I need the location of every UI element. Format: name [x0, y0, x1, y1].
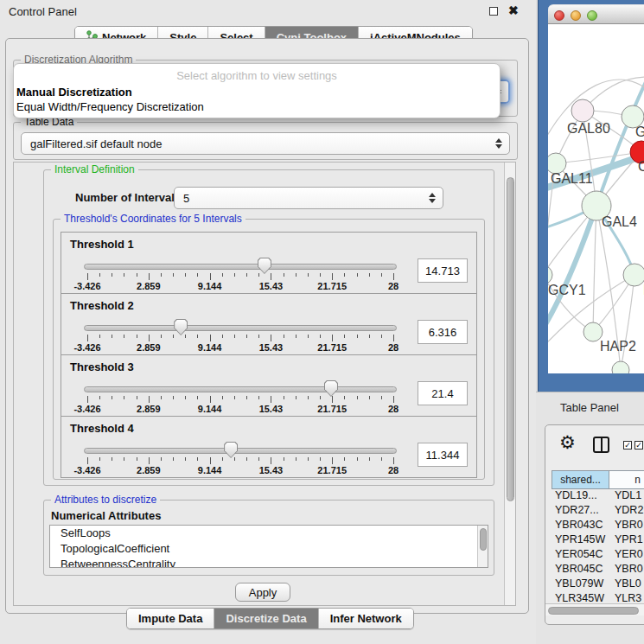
slider-scale-labels: -3.4262.8599.14415.4321.71528 — [87, 342, 393, 353]
threshold-value-field[interactable]: 21.4 — [418, 381, 468, 405]
attribute-items: SelfLoopsTopologicalCoefficientBetweenne… — [50, 526, 488, 568]
table-data-value: galFiltered.sif default node — [30, 137, 162, 150]
attribute-item[interactable]: SelfLoops — [50, 526, 488, 541]
threshold-slider[interactable]: -3.4262.8599.14415.4321.71528 — [84, 257, 397, 291]
network-node[interactable] — [623, 264, 644, 286]
table-horizontal-scrollbar[interactable] — [545, 603, 644, 615]
slider-ticks — [87, 396, 393, 404]
table-row[interactable]: YDL19...YDL1 — [552, 489, 644, 504]
table-rows: YDL19...YDL1YDR27...YDR2YBR043CYBR0YPR14… — [552, 489, 644, 603]
table-data-combobox[interactable]: galFiltered.sif default node — [21, 132, 510, 155]
numerical-attributes-label: Numerical Attributes — [51, 509, 161, 522]
cell-shared-name[interactable]: YBR045C — [552, 563, 611, 577]
combo-arrows-icon — [429, 193, 436, 203]
network-node-label: GCY1 — [548, 283, 586, 297]
network-node[interactable] — [612, 361, 629, 373]
threshold-slider[interactable]: -3.4262.8599.14415.4321.71528 — [84, 441, 397, 475]
table-row[interactable]: YBR043CYBR0 — [552, 519, 644, 533]
table-panel-box: ⚙ ✓ ✓ shared... n YDL19...YDL1YDR27...YD… — [545, 424, 644, 625]
table-row[interactable]: YER054CYER0 — [552, 548, 644, 563]
number-of-intervals-combobox[interactable]: 5 — [174, 187, 443, 209]
network-node-label: C — [638, 159, 644, 174]
network-node[interactable] — [571, 99, 594, 122]
algorithm-option-manual[interactable]: Manual Discretization — [16, 86, 132, 99]
tab-infer-network[interactable]: Infer Network — [319, 609, 413, 628]
thresholds-group-title: Threshold's Coordinates for 5 Intervals — [61, 213, 245, 225]
float-window-icon[interactable] — [489, 7, 498, 16]
column-header-shared[interactable]: shared... — [552, 470, 609, 489]
cell-shared-name[interactable]: YLR345W — [552, 592, 611, 603]
cell-name[interactable]: YDL1 — [611, 489, 644, 504]
cell-name[interactable]: YBL0 — [611, 577, 644, 592]
cell-shared-name[interactable]: YDL19... — [552, 489, 611, 504]
algorithm-option-equal-width[interactable]: Equal Width/Frequency Discretization — [16, 100, 204, 113]
threshold-box-2: Threshold 2-3.4262.8599.14415.4321.71528… — [61, 293, 477, 355]
gear-icon[interactable]: ⚙ — [559, 432, 576, 453]
cell-name[interactable]: YPR1 — [611, 533, 644, 548]
table-scrollbar-thumb[interactable] — [548, 607, 639, 615]
slider-thumb[interactable] — [224, 442, 238, 458]
cell-shared-name[interactable]: YBL079W — [552, 577, 611, 592]
table-row[interactable]: YBL079WYBL0 — [552, 577, 644, 592]
cell-name[interactable]: YLR3 — [611, 592, 644, 603]
attribute-item[interactable]: TopologicalCoefficient — [50, 541, 488, 557]
cell-shared-name[interactable]: YDR27... — [552, 504, 611, 519]
table-row[interactable]: YPR145WYPR1 — [552, 533, 644, 548]
bottom-tab-bar: Impute Data Discretize Data Infer Networ… — [126, 608, 414, 629]
minimize-traffic-light-icon[interactable] — [571, 10, 581, 21]
settings-scrollbar-thumb[interactable] — [507, 177, 514, 501]
slider-track[interactable] — [84, 325, 397, 331]
network-edge[interactable] — [621, 275, 634, 370]
checkbox-icon[interactable]: ✓ — [623, 441, 632, 450]
cell-shared-name[interactable]: YER054C — [552, 548, 611, 563]
slider-ticks — [87, 335, 393, 342]
slider-track[interactable] — [84, 386, 397, 392]
threshold-slider[interactable]: -3.4262.8599.14415.4321.71528 — [84, 379, 397, 414]
algorithm-hint-text: Select algorithm to view settings — [14, 69, 500, 82]
table-header-row: shared... n — [552, 470, 644, 489]
slider-scale-labels: -3.4262.8599.14415.4321.71528 — [87, 465, 393, 475]
cell-name[interactable]: YDR2 — [611, 504, 644, 519]
network-node[interactable] — [548, 265, 552, 284]
tab-impute-data[interactable]: Impute Data — [127, 609, 214, 628]
cyni-toolbox-panel: Discretization Algorithm Select algorith… — [5, 38, 529, 614]
column-header-name[interactable]: n — [609, 470, 644, 489]
slider-track[interactable] — [84, 264, 397, 270]
split-columns-icon[interactable] — [593, 437, 609, 453]
threshold-value-field[interactable]: 14.713 — [418, 258, 468, 283]
checkbox-icon[interactable]: ✓ — [634, 441, 643, 450]
apply-button[interactable]: Apply — [235, 583, 290, 602]
settings-vertical-scrollbar[interactable] — [504, 163, 515, 605]
network-canvas[interactable]: GAL80GACGAL11GAL4GCY1HHAP2 — [548, 24, 644, 373]
interval-definition-title: Interval Definition — [51, 163, 138, 175]
cell-shared-name[interactable]: YPR145W — [552, 533, 611, 548]
zoom-traffic-light-icon[interactable] — [587, 10, 597, 21]
table-row[interactable]: YLR345WYLR3 — [552, 592, 644, 603]
network-window-titlebar[interactable] — [548, 4, 644, 24]
close-traffic-light-icon[interactable] — [554, 10, 564, 21]
threshold-value-field[interactable]: 6.316 — [418, 320, 468, 344]
table-row[interactable]: YDR27...YDR2 — [552, 504, 644, 519]
slider-thumb[interactable] — [258, 258, 271, 274]
threshold-label: Threshold 2 — [70, 299, 134, 312]
close-icon[interactable]: ✖ — [508, 3, 519, 17]
tab-discretize-data[interactable]: Discretize Data — [214, 609, 318, 628]
attributes-scrollbar[interactable] — [477, 526, 488, 567]
cell-name[interactable]: YBR0 — [611, 519, 644, 533]
threshold-slider[interactable]: -3.4262.8599.14415.4321.71528 — [84, 318, 397, 353]
table-row[interactable]: YBR045CYBR0 — [552, 563, 644, 577]
attributes-scrollbar-thumb[interactable] — [480, 528, 487, 551]
network-edge[interactable] — [593, 206, 596, 332]
threshold-box-3: Threshold 3-3.4262.8599.14415.4321.71528… — [61, 354, 477, 417]
attribute-item[interactable]: BetweennessCentrality — [50, 557, 488, 568]
slider-thumb[interactable] — [174, 319, 188, 335]
slider-thumb[interactable] — [324, 380, 338, 397]
threshold-value-field[interactable]: 11.344 — [418, 443, 468, 467]
threshold-box-1: Threshold 1-3.4262.8599.14415.4321.71528… — [61, 232, 477, 294]
slider-track[interactable] — [84, 448, 397, 454]
numerical-attributes-list[interactable]: SelfLoopsTopologicalCoefficientBetweenne… — [49, 525, 488, 568]
cell-name[interactable]: YBR0 — [611, 563, 644, 577]
table-data-group: Table Data galFiltered.sif default node — [13, 122, 518, 160]
cell-shared-name[interactable]: YBR043C — [552, 519, 611, 533]
cell-name[interactable]: YER0 — [611, 548, 644, 563]
